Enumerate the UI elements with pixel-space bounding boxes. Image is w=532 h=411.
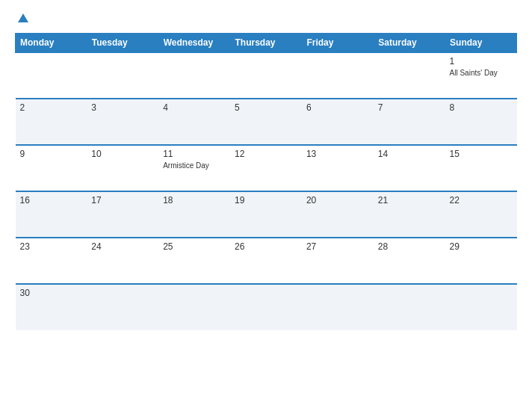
holiday-label: All Saints' Day (450, 68, 513, 78)
calendar-table: MondayTuesdayWednesdayThursdayFridaySatu… (15, 33, 517, 330)
calendar-row-6: 30 (16, 284, 517, 330)
calendar-cell: 9 (16, 145, 87, 191)
logo (15, 13, 28, 22)
day-number: 14 (378, 149, 441, 159)
weekday-header-wednesday: Wednesday (158, 34, 230, 53)
calendar-cell: 8 (445, 99, 517, 145)
calendar-cell: 20 (302, 191, 374, 238)
calendar-cell: 30 (16, 284, 87, 330)
day-number: 18 (163, 195, 226, 206)
day-number: 8 (450, 102, 513, 113)
day-number: 1 (450, 56, 513, 67)
day-number: 16 (20, 195, 83, 206)
calendar-cell (158, 52, 230, 99)
calendar-cell (87, 52, 158, 99)
calendar-cell: 10 (87, 145, 158, 191)
day-number: 19 (235, 195, 297, 206)
calendar-cell: 17 (87, 191, 158, 238)
weekday-header-friday: Friday (302, 34, 374, 53)
calendar-cell: 2 (16, 99, 87, 145)
calendar-cell: 27 (302, 238, 374, 284)
day-number: 24 (91, 241, 154, 252)
logo-triangle-icon (18, 13, 28, 22)
calendar-row-2: 2345678 (16, 99, 517, 145)
calendar-cell: 29 (445, 238, 517, 284)
day-number: 13 (306, 149, 369, 159)
calendar-row-1: 1All Saints' Day (16, 52, 517, 99)
day-number: 29 (450, 241, 513, 252)
day-number: 2 (20, 102, 83, 113)
day-number: 6 (306, 102, 369, 113)
day-number: 22 (450, 195, 513, 206)
calendar-cell: 22 (445, 191, 517, 238)
logo-blue-text (15, 13, 28, 22)
calendar-cell (230, 52, 302, 99)
weekday-header-sunday: Sunday (445, 34, 517, 53)
calendar-page: MondayTuesdayWednesdayThursdayFridaySatu… (0, 0, 532, 411)
calendar-cell: 18 (158, 191, 230, 238)
day-number: 9 (20, 149, 83, 159)
holiday-label: Armistice Day (163, 161, 226, 170)
calendar-cell: 23 (16, 238, 87, 284)
day-number: 26 (235, 241, 297, 252)
calendar-cell: 3 (87, 99, 158, 145)
calendar-row-5: 23242526272829 (16, 238, 517, 284)
day-number: 28 (378, 241, 441, 252)
calendar-cell: 16 (16, 191, 87, 238)
day-number: 21 (378, 195, 441, 206)
calendar-cell: 28 (374, 238, 445, 284)
calendar-cell: 12 (230, 145, 302, 191)
calendar-cell: 1All Saints' Day (445, 52, 517, 99)
day-number: 27 (306, 241, 369, 252)
weekday-header-thursday: Thursday (230, 34, 302, 53)
calendar-cell: 7 (374, 99, 445, 145)
day-number: 4 (163, 102, 226, 113)
day-number: 15 (450, 149, 513, 159)
calendar-cell: 25 (158, 238, 230, 284)
calendar-cell: 4 (158, 99, 230, 145)
day-number: 3 (91, 102, 154, 113)
day-number: 17 (91, 195, 154, 206)
calendar-cell (374, 284, 445, 330)
header (15, 13, 517, 22)
day-number: 10 (91, 149, 154, 159)
day-number: 11 (163, 149, 226, 159)
calendar-cell (445, 284, 517, 330)
calendar-cell: 21 (374, 191, 445, 238)
weekday-header-tuesday: Tuesday (87, 34, 158, 53)
calendar-cell: 19 (230, 191, 302, 238)
day-number: 12 (235, 149, 297, 159)
calendar-cell: 13 (302, 145, 374, 191)
weekday-header-row: MondayTuesdayWednesdayThursdayFridaySatu… (16, 34, 517, 53)
calendar-row-3: 91011Armistice Day12131415 (16, 145, 517, 191)
calendar-cell (16, 52, 87, 99)
calendar-cell: 24 (87, 238, 158, 284)
day-number: 30 (20, 288, 83, 298)
day-number: 20 (306, 195, 369, 206)
calendar-cell (87, 284, 158, 330)
day-number: 23 (20, 241, 83, 252)
calendar-row-4: 16171819202122 (16, 191, 517, 238)
calendar-cell (374, 52, 445, 99)
day-number: 7 (378, 102, 441, 113)
calendar-cell (302, 52, 374, 99)
day-number: 5 (235, 102, 297, 113)
calendar-cell: 15 (445, 145, 517, 191)
calendar-cell: 5 (230, 99, 302, 145)
calendar-cell (230, 284, 302, 330)
calendar-cell (302, 284, 374, 330)
weekday-header-saturday: Saturday (374, 34, 445, 53)
calendar-cell: 6 (302, 99, 374, 145)
day-number: 25 (163, 241, 226, 252)
calendar-cell (158, 284, 230, 330)
calendar-cell: 11Armistice Day (158, 145, 230, 191)
weekday-header-monday: Monday (16, 34, 87, 53)
calendar-cell: 14 (374, 145, 445, 191)
calendar-cell: 26 (230, 238, 302, 284)
